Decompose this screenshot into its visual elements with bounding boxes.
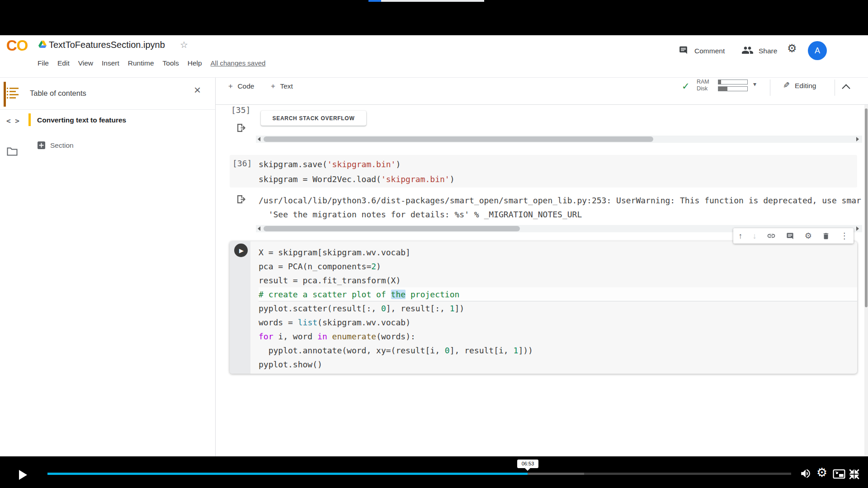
code-token: ]))	[518, 346, 533, 355]
ram-label: RAM	[697, 79, 709, 85]
player-settings-gear-icon[interactable]: ⚙	[816, 465, 827, 480]
toc-item-converting-text[interactable]: Converting text to features	[37, 116, 126, 124]
chevron-down-icon[interactable]: ▾	[753, 80, 756, 88]
toc-item-section[interactable]: Section	[50, 141, 74, 150]
warning-line: /usr/local/lib/python3.6/dist-packages/s…	[259, 193, 863, 207]
exec-count-35: [35]	[231, 105, 250, 115]
drive-icon	[38, 41, 47, 48]
progress-remaining	[584, 473, 791, 475]
comment-icon	[678, 46, 689, 55]
menu-runtime[interactable]: Runtime	[128, 59, 154, 67]
scroll-left-arrow-icon[interactable]	[258, 226, 260, 231]
code-line[interactable]: # create a scatter plot of the projectio…	[259, 287, 857, 301]
notebook-title[interactable]: TextToFeaturesSection.ipynb	[49, 40, 165, 50]
plus-icon: +	[271, 82, 275, 90]
video-player-bar: 06:53 ⚙	[0, 456, 868, 488]
code-token: i, word	[274, 332, 318, 341]
menu-bar: File Edit View Insert Runtime Tools Help…	[38, 59, 265, 67]
star-icon[interactable]: ☆	[180, 39, 188, 50]
scroll-right-arrow-icon[interactable]	[856, 137, 859, 141]
code-token: pyplot.scatter(result[:,	[259, 304, 381, 313]
exit-fullscreen-icon[interactable]	[849, 469, 860, 480]
add-code-label: Code	[237, 82, 254, 90]
code-line[interactable]: pca = PCA(n_components=2)	[259, 259, 857, 273]
add-text-button[interactable]: + Text	[271, 82, 293, 91]
menu-file[interactable]: File	[38, 59, 49, 67]
scroll-right-arrow-icon[interactable]	[856, 226, 859, 231]
run-cell-button[interactable]: ▶	[234, 244, 248, 257]
code-token: 1	[514, 346, 519, 355]
section-color-bar	[28, 113, 31, 126]
code-token: skipgram.save(	[259, 160, 327, 169]
table-of-contents-icon[interactable]	[7, 88, 19, 99]
add-code-button[interactable]: + Code	[228, 82, 254, 91]
move-cell-up-icon[interactable]: ↑	[738, 231, 742, 241]
hscrollbar-output-35[interactable]	[256, 136, 862, 143]
editing-mode-button[interactable]: Editing	[795, 82, 816, 90]
code-token: pyplot.annotate(word, xy=(result[i,	[259, 346, 445, 355]
code-line[interactable]: words = list(skipgram.wv.vocab)	[259, 315, 857, 329]
move-cell-down-icon[interactable]: ↓	[753, 231, 757, 241]
code-token: )	[450, 174, 455, 184]
video-frame: CO TextToFeaturesSection.ipynb ☆ File Ed…	[0, 0, 868, 488]
code-editor-36[interactable]: skipgram.save('skipgram.bin')skipgram = …	[259, 157, 455, 187]
disk-meter	[718, 86, 748, 91]
close-icon[interactable]: ×	[194, 83, 201, 97]
code-line[interactable]: skipgram.save('skipgram.bin')	[259, 157, 455, 172]
code-cell-36[interactable]: [36] skipgram.save('skipgram.bin')skipgr…	[230, 155, 857, 188]
code-line[interactable]: pyplot.annotate(word, xy=(result[i, 0], …	[259, 343, 857, 357]
link-icon[interactable]	[767, 231, 776, 240]
code-snippets-icon[interactable]: < >	[6, 117, 19, 125]
focused-code-cell[interactable]: ▶ X = skipgram[skipgram.wv.vocab]pca = P…	[230, 241, 857, 374]
share-button[interactable]: Share	[759, 47, 777, 55]
video-progress-bar[interactable]	[47, 473, 791, 475]
notebook-vscrollbar[interactable]	[864, 105, 868, 456]
folder-icon[interactable]	[7, 147, 18, 156]
add-comment-icon[interactable]	[786, 232, 794, 240]
search-stack-overflow-button[interactable]: SEARCH STACK OVERFLOW	[261, 111, 366, 126]
code-token: for	[259, 332, 274, 341]
connected-check-icon: ✓	[682, 81, 690, 92]
code-line[interactable]: X = skipgram[skipgram.wv.vocab]	[259, 245, 857, 259]
warning-line: 'See the migration notes for details: %s…	[259, 207, 863, 221]
code-token: skipgram = Word2Vec.load(	[259, 174, 381, 184]
vscrollbar-thumb[interactable]	[865, 108, 868, 307]
volume-icon[interactable]	[799, 468, 812, 479]
cell-output-icon	[236, 122, 246, 133]
menu-tools[interactable]: Tools	[163, 59, 179, 67]
hscrollbar-thumb[interactable]	[264, 226, 520, 231]
delete-cell-icon[interactable]	[822, 232, 830, 240]
avatar[interactable]: A	[808, 41, 827, 60]
settings-gear-icon[interactable]: ⚙	[787, 42, 797, 55]
sidebar-panel-title: Table of contents	[30, 89, 86, 98]
comment-button[interactable]: Comment	[694, 47, 725, 55]
code-line[interactable]: pyplot.show()	[259, 357, 857, 371]
menu-insert[interactable]: Insert	[102, 59, 119, 67]
menu-view[interactable]: View	[78, 59, 93, 67]
code-token: 2	[371, 262, 376, 271]
code-token: ], result[i,	[450, 346, 514, 355]
top-strip-white	[381, 0, 484, 2]
picture-in-picture-icon[interactable]	[833, 469, 845, 479]
menu-edit[interactable]: Edit	[57, 59, 70, 67]
play-button[interactable]	[19, 470, 27, 480]
top-strip-blue	[368, 0, 381, 2]
code-line[interactable]: skipgram = Word2Vec.load('skipgram.bin')	[259, 172, 455, 187]
expand-section-icon[interactable]	[38, 141, 45, 149]
hscrollbar-thumb[interactable]	[264, 136, 653, 142]
code-token: (skipgram.wv.vocab)	[317, 318, 410, 327]
scroll-left-arrow-icon[interactable]	[258, 137, 260, 141]
resources-indicator[interactable]: RAM Disk	[697, 79, 709, 92]
code-line[interactable]: pyplot.scatter(result[:, 0], result[:, 1…	[259, 301, 857, 315]
autosave-status[interactable]: All changes saved	[211, 59, 266, 67]
logo-letter-o: O	[17, 37, 28, 54]
menu-help[interactable]: Help	[188, 59, 202, 67]
code-editor-focused[interactable]: X = skipgram[skipgram.wv.vocab]pca = PCA…	[250, 245, 857, 371]
more-options-icon[interactable]: ⋮	[840, 231, 849, 241]
logo-letter-c: C	[6, 37, 17, 54]
collapse-toolbar-icon[interactable]	[842, 84, 850, 92]
code-line[interactable]: result = pca.fit_transform(X)	[259, 273, 857, 287]
cell-settings-gear-icon[interactable]: ⚙	[805, 231, 812, 241]
code-line[interactable]: for i, word in enumerate(words):	[259, 329, 857, 343]
code-token: 0	[445, 346, 450, 355]
